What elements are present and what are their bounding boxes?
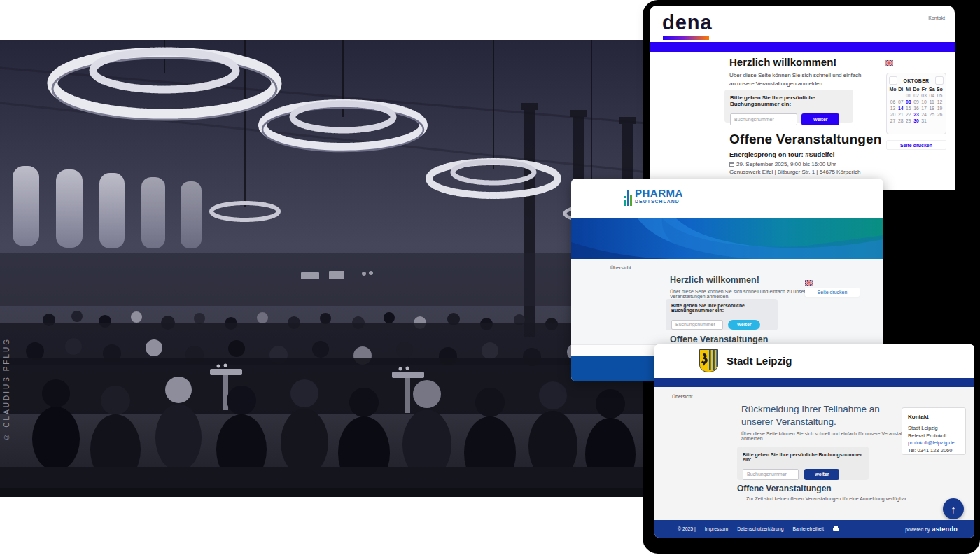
calendar-day-name: Do <box>912 87 920 92</box>
calendar-day[interactable]: 25 <box>928 112 936 117</box>
dena-event-title[interactable]: Energiesprong on tour: #Südeifel <box>729 150 834 158</box>
calendar-day-name: So <box>936 87 944 92</box>
calendar-day[interactable]: 12 <box>936 99 944 104</box>
dena-nav-kontakt[interactable]: Kontakt <box>928 15 945 20</box>
calendar-icon <box>729 162 734 167</box>
pharma-booking-box: Bitte geben Sie Ihre persönliche Buchung… <box>666 299 778 330</box>
dena-booking-box: Bitte geben Sie Ihre persönliche Buchung… <box>724 90 853 122</box>
calendar-day[interactable]: 20 <box>889 112 897 117</box>
leipzig-booking-label: Bitte geben Sie Ihre persönliche Buchung… <box>743 452 863 462</box>
contact-line: Stadt Leipzig <box>908 425 960 433</box>
english-flag-icon[interactable] <box>805 280 813 286</box>
calendar-month-label: OKTOBER <box>904 78 930 83</box>
calendar-day <box>889 93 897 98</box>
english-flag-icon[interactable] <box>885 60 893 66</box>
calendar-day <box>936 118 944 123</box>
dena-event-location: Genusswerk Eifel | Bitburger Str. 1 | 54… <box>729 169 860 175</box>
pharma-booking-label: Bitte geben Sie Ihre persönliche Buchung… <box>671 303 772 313</box>
calendar-day[interactable]: 03 <box>920 93 928 98</box>
dena-booking-input[interactable] <box>730 113 797 125</box>
leipzig-booking-input[interactable] <box>743 469 799 480</box>
calendar-day[interactable]: 22 <box>904 112 912 117</box>
leipzig-booking-box: Bitte geben Sie Ihre persönliche Buchung… <box>737 447 869 480</box>
photo-credit: © CLAUDIUS PFLUG <box>3 337 10 441</box>
calendar-day[interactable]: 17 <box>920 106 928 111</box>
leipzig-overview-link[interactable]: Übersicht <box>672 394 693 399</box>
pharma-logo-line1: PHARMA <box>635 188 683 198</box>
leipzig-footer: © 2025 | Impressum Datenschutzerklärung … <box>654 520 974 538</box>
calendar-day[interactable]: 02 <box>912 93 920 98</box>
leipzig-logo-text: Stadt Leipzig <box>727 355 792 367</box>
pharma-booking-input[interactable] <box>671 320 723 330</box>
calendar-day-name: Sa <box>928 87 936 92</box>
calendar-day[interactable]: 15 <box>904 106 912 111</box>
dena-weiter-button[interactable]: weiter <box>802 113 839 125</box>
calendar-day[interactable]: 19 <box>936 106 944 111</box>
printer-icon[interactable] <box>833 526 839 531</box>
pharma-logo-line2: DEUTSCHLAND <box>635 200 683 204</box>
calendar-day[interactable]: 05 <box>936 93 944 98</box>
leipzig-events-title: Offene Veranstaltungen <box>737 484 832 493</box>
calendar-prev-button[interactable] <box>889 76 897 85</box>
leipzig-contact-box: Kontakt Stadt Leipzig Referat Protokoll … <box>902 407 966 455</box>
calendar-day[interactable]: 07 <box>897 99 904 104</box>
calendar-day[interactable]: 27 <box>889 118 897 123</box>
pharma-weiter-button[interactable]: weiter <box>728 320 760 330</box>
calendar-day[interactable]: 24 <box>920 112 928 117</box>
contact-email-link[interactable]: protokoll@leipzig.de <box>908 440 960 447</box>
calendar-day[interactable]: 28 <box>897 118 904 123</box>
dena-blue-bar <box>650 42 955 52</box>
event-hall-photo: © CLAUDIUS PFLUG <box>0 40 654 497</box>
calendar-day[interactable]: 09 <box>912 99 920 104</box>
calendar-day[interactable]: 21 <box>897 112 904 117</box>
leipzig-heading: Rückmeldung Ihrer Teilnahme an unserer V… <box>741 403 892 428</box>
dena-booking-label: Bitte geben Sie Ihre persönliche Buchung… <box>730 94 848 107</box>
calendar-day[interactable]: 30 <box>912 118 920 123</box>
footer-link-impressum[interactable]: Impressum <box>705 526 729 531</box>
dena-welcome-title: Herzlich willkommen! <box>729 56 836 68</box>
pharma-print-button[interactable]: Seite drucken <box>805 288 860 297</box>
contact-phone: Tel: 0341 123-2060 <box>908 447 960 455</box>
calendar-next-button[interactable] <box>935 76 944 85</box>
leipzig-coat-of-arms-icon <box>699 349 718 372</box>
pharma-overview-link[interactable]: Übersicht <box>610 265 631 270</box>
calendar-day[interactable]: 01 <box>904 93 912 98</box>
dena-events-title: Offene Veranstaltungen <box>729 132 882 147</box>
pharma-welcome-title: Herzlich willkommen! <box>670 275 760 285</box>
calendar-day[interactable]: 13 <box>889 106 897 111</box>
calendar-day[interactable]: 04 <box>928 93 936 98</box>
dena-print-button[interactable]: Seite drucken <box>886 140 946 150</box>
scroll-to-top-button[interactable]: ↑ <box>943 498 964 519</box>
calendar-day-name: Mo <box>889 87 897 92</box>
calendar-day <box>928 118 936 123</box>
calendar-day[interactable]: 14 <box>897 106 904 111</box>
calendar-day[interactable]: 26 <box>936 112 944 117</box>
dena-screenshot: dena Kontakt Herzlich willkommen! Über d… <box>650 6 955 190</box>
calendar-day[interactable]: 16 <box>912 106 920 111</box>
calendar-day[interactable]: 29 <box>904 118 912 123</box>
leipzig-blue-bar <box>654 378 974 387</box>
calendar-day[interactable]: 11 <box>928 99 936 104</box>
footer-link-barrierefreiheit[interactable]: Barrierefreiheit <box>792 526 824 531</box>
pharma-header <box>571 178 883 218</box>
dena-event-datetime: 29. September 2025, 9:00 bis 16:00 Uhr <box>729 161 836 167</box>
calendar-day[interactable]: 10 <box>920 99 928 104</box>
calendar-day[interactable]: 31 <box>920 118 928 123</box>
calendar-day-name: Di <box>897 87 904 92</box>
calendar-day[interactable]: 08 <box>904 99 912 104</box>
leipzig-weiter-button[interactable]: weiter <box>804 469 839 480</box>
leipzig-events-empty: Zur Zeit sind keine offenen Veranstaltun… <box>746 496 908 501</box>
calendar-day[interactable]: 18 <box>928 106 936 111</box>
contact-title: Kontakt <box>908 414 960 420</box>
calendar-day[interactable]: 23 <box>912 112 920 117</box>
leipzig-welcome-text: Über diese Seite können Sie sich schnell… <box>741 431 916 441</box>
calendar-day[interactable]: 06 <box>889 99 897 104</box>
footer-copyright: © 2025 | <box>678 526 696 531</box>
calendar-day-name: Fr <box>920 87 928 92</box>
pharma-banner <box>571 218 883 259</box>
contact-line: Referat Protokoll <box>908 433 960 440</box>
footer-link-datenschutz[interactable]: Datenschutzerklärung <box>737 526 783 531</box>
dena-welcome-text: Über diese Seite können Sie sich schnell… <box>729 71 867 89</box>
pharma-logo: PHARMA DEUTSCHLAND <box>624 188 683 209</box>
leipzig-logo: Stadt Leipzig <box>699 349 792 372</box>
